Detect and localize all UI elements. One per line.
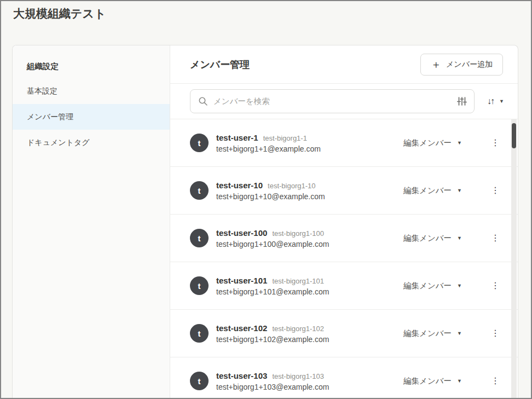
member-role-label: 編集メンバー [403, 376, 452, 386]
avatar: t [190, 181, 209, 200]
member-name: test-user-10 [216, 181, 263, 190]
sidebar: 組織設定 基本設定 メンバー管理 ドキュメントタグ [13, 45, 170, 399]
member-role-dropdown[interactable]: 編集メンバー ▼ [403, 328, 462, 339]
member-handle: test-bigorg1-103 [272, 372, 324, 380]
member-handle: test-bigorg1-102 [272, 325, 324, 333]
plus-icon: ＋ [431, 59, 441, 70]
member-info: test-user-100 test-bigorg1-100 test+bigo… [216, 228, 403, 248]
member-role-dropdown[interactable]: 編集メンバー ▼ [403, 186, 462, 196]
member-row: t test-user-103 test-bigorg1-103 test+bi… [170, 357, 518, 399]
avatar: t [190, 134, 209, 152]
member-handle: test-bigorg1-101 [272, 277, 324, 285]
member-role-dropdown[interactable]: 編集メンバー ▼ [403, 233, 462, 244]
avatar-initial: t [198, 186, 201, 195]
member-info: test-user-10 test-bigorg1-10 test+bigorg… [216, 181, 403, 201]
member-role-label: 編集メンバー [403, 186, 452, 196]
member-row: t test-user-10 test-bigorg1-10 test+bigo… [170, 167, 518, 215]
member-info: test-user-1 test-bigorg1-1 test+bigorg1+… [216, 133, 403, 153]
scrollbar-thumb[interactable] [512, 123, 516, 148]
sidebar-item-member-management[interactable]: メンバー管理 [13, 104, 170, 130]
member-email: test+bigorg1+10@example.com [216, 192, 403, 201]
organization-settings-page: 大規模組織テスト 組織設定 基本設定 メンバー管理 ドキュメントタグ メンバー管… [0, 0, 532, 399]
avatar-initial: t [198, 377, 201, 386]
member-role-dropdown[interactable]: 編集メンバー ▼ [403, 281, 462, 291]
add-member-button[interactable]: ＋ メンバー追加 [420, 54, 503, 76]
chevron-down-icon: ▼ [457, 331, 462, 336]
member-role-label: 編集メンバー [403, 233, 452, 244]
filter-sliders-icon [456, 96, 467, 107]
sort-arrows-icon: ↓↑ [487, 97, 494, 106]
kebab-menu-button[interactable]: ⋮ [489, 234, 502, 242]
member-role-label: 編集メンバー [403, 281, 452, 291]
filter-button[interactable] [456, 96, 467, 107]
sort-button[interactable]: ↓↑ ▼ [487, 97, 504, 106]
kebab-menu-button[interactable]: ⋮ [489, 186, 502, 195]
search-box [190, 89, 475, 113]
member-role-label: 編集メンバー [403, 138, 452, 148]
avatar: t [190, 229, 209, 247]
member-info: test-user-101 test-bigorg1-101 test+bigo… [216, 276, 403, 296]
member-handle: test-bigorg1-10 [268, 182, 315, 190]
sidebar-item-document-tags[interactable]: ドキュメントタグ [13, 130, 170, 155]
kebab-menu-button[interactable]: ⋮ [489, 138, 502, 147]
member-info: test-user-103 test-bigorg1-103 test+bigo… [216, 371, 403, 391]
avatar-initial: t [198, 329, 201, 338]
member-row: t test-user-1 test-bigorg1-1 test+bigorg… [170, 119, 518, 167]
avatar: t [190, 276, 209, 295]
member-row: t test-user-100 test-bigorg1-100 test+bi… [170, 215, 518, 262]
kebab-menu-button[interactable]: ⋮ [489, 329, 502, 338]
member-email: test+bigorg1+102@example.com [216, 335, 403, 344]
avatar-initial: t [198, 234, 201, 243]
member-handle: test-bigorg1-100 [272, 229, 324, 238]
member-email: test+bigorg1+1@example.com [216, 144, 403, 153]
chevron-down-icon: ▼ [457, 284, 462, 288]
avatar-initial: t [198, 138, 201, 148]
member-row: t test-user-102 test-bigorg1-102 test+bi… [170, 310, 518, 357]
search-toolbar: ↓↑ ▼ [170, 84, 518, 119]
sidebar-heading: 組織設定 [13, 54, 170, 78]
kebab-menu-button[interactable]: ⋮ [489, 281, 502, 290]
search-icon [198, 96, 208, 106]
member-name: test-user-1 [216, 133, 258, 142]
add-member-button-label: メンバー追加 [446, 60, 493, 70]
member-list: t test-user-1 test-bigorg1-1 test+bigorg… [170, 119, 518, 399]
section-header: メンバー管理 ＋ メンバー追加 [170, 45, 518, 84]
member-row: t test-user-101 test-bigorg1-101 test+bi… [170, 262, 518, 310]
member-handle: test-bigorg1-1 [263, 134, 307, 142]
chevron-down-icon: ▼ [499, 99, 504, 104]
member-email: test+bigorg1+100@example.com [216, 240, 403, 248]
chevron-down-icon: ▼ [457, 379, 462, 384]
kebab-menu-button[interactable]: ⋮ [489, 377, 502, 385]
member-role-label: 編集メンバー [403, 328, 452, 339]
avatar: t [190, 324, 209, 343]
member-name: test-user-100 [216, 228, 267, 238]
settings-panel: 組織設定 基本設定 メンバー管理 ドキュメントタグ メンバー管理 ＋ メンバー追… [12, 45, 518, 399]
search-input[interactable] [213, 97, 451, 106]
member-role-dropdown[interactable]: 編集メンバー ▼ [403, 376, 462, 386]
chevron-down-icon: ▼ [457, 236, 462, 241]
avatar: t [190, 372, 209, 390]
member-role-dropdown[interactable]: 編集メンバー ▼ [403, 138, 462, 148]
section-title: メンバー管理 [190, 58, 420, 71]
sidebar-item-basic-settings[interactable]: 基本設定 [13, 78, 170, 104]
chevron-down-icon: ▼ [457, 188, 462, 193]
member-name: test-user-103 [216, 371, 267, 380]
member-name: test-user-102 [216, 323, 267, 333]
chevron-down-icon: ▼ [457, 141, 462, 146]
scrollbar-track[interactable] [511, 119, 517, 399]
avatar-initial: t [198, 281, 201, 291]
member-name: test-user-101 [216, 276, 267, 285]
member-email: test+bigorg1+103@example.com [216, 383, 403, 391]
page-title: 大規模組織テスト [13, 6, 106, 21]
member-email: test+bigorg1+101@example.com [216, 287, 403, 296]
member-management-section: メンバー管理 ＋ メンバー追加 [170, 45, 518, 399]
member-info: test-user-102 test-bigorg1-102 test+bigo… [216, 323, 403, 344]
